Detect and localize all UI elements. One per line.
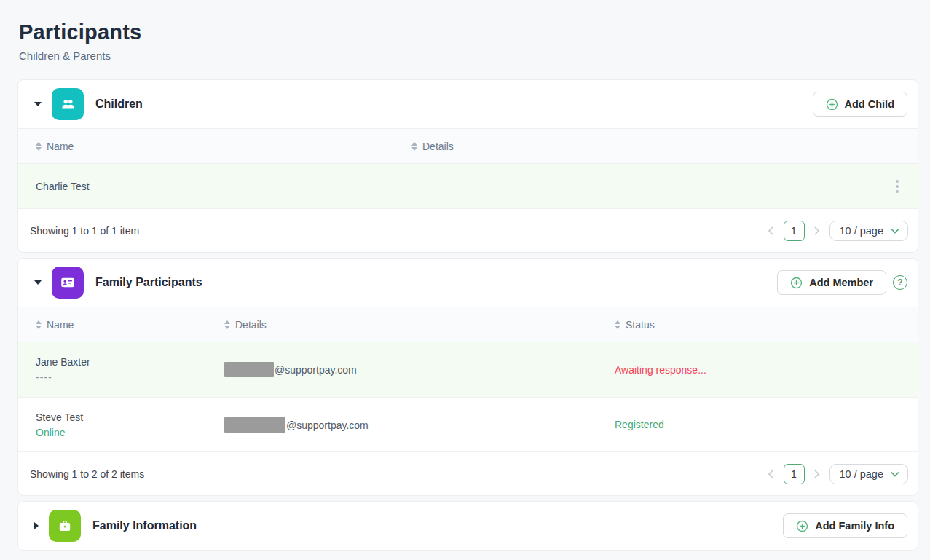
family-section-header: Family Participants Add Member ? (18, 259, 918, 307)
table-row-steve[interactable]: Steve Test Online @supportpay.com Regist… (18, 397, 918, 451)
column-header-details[interactable]: Details (224, 319, 615, 331)
add-member-button[interactable]: Add Member (777, 270, 886, 295)
column-header-status[interactable]: Status (615, 319, 918, 331)
family-info-section-header: Family Information Add Family Info (18, 502, 918, 550)
member-email-suffix: @supportpay.com (286, 419, 369, 430)
children-table-footer: Showing 1 to 1 of 1 item 1 10 / page (18, 208, 918, 252)
sort-icon[interactable] (615, 320, 620, 329)
prev-page-icon[interactable] (765, 464, 777, 484)
redacted-email-prefix (224, 417, 285, 433)
family-information-icon (49, 510, 81, 542)
children-section-title: Children (95, 98, 813, 111)
help-icon[interactable]: ? (893, 275, 907, 290)
column-status-label: Status (626, 319, 655, 331)
child-name: Charlie Test (18, 181, 411, 192)
page-header: Participants Children & Parents (0, 0, 930, 62)
chevron-down-icon (891, 471, 899, 477)
page-number-button[interactable]: 1 (784, 221, 805, 241)
add-member-label: Add Member (809, 277, 873, 288)
family-information-card: Family Information Add Family Info (17, 501, 918, 551)
member-subtext: Online (36, 427, 224, 438)
add-child-label: Add Child (845, 98, 894, 110)
content: Children Add Child Name Details Charlie … (0, 79, 930, 551)
member-name: Jane Baxter (36, 356, 224, 368)
member-status: Awaiting response... (615, 364, 918, 376)
row-actions-menu-icon[interactable] (891, 176, 903, 197)
family-table-footer: Showing 1 to 2 of 2 items 1 10 / page (18, 451, 918, 495)
add-family-info-button[interactable]: Add Family Info (783, 513, 907, 538)
column-header-details[interactable]: Details (411, 141, 877, 152)
column-header-name[interactable]: Name (18, 141, 411, 152)
family-info-section-title: Family Information (92, 519, 783, 532)
family-participants-icon (52, 267, 84, 299)
sort-icon[interactable] (36, 142, 42, 151)
children-section-header: Children Add Child (18, 80, 918, 128)
next-page-icon[interactable] (811, 221, 823, 241)
plus-circle-icon (826, 98, 838, 111)
chevron-down-icon (891, 228, 899, 234)
page-number-button[interactable]: 1 (784, 464, 805, 484)
family-pager: 1 10 / page (765, 464, 908, 484)
column-name-label: Name (47, 141, 74, 152)
table-row-charlie[interactable]: Charlie Test (18, 164, 918, 208)
next-page-icon[interactable] (811, 464, 823, 484)
plus-circle-icon (790, 277, 803, 289)
expand-caret-icon[interactable] (34, 522, 39, 529)
column-header-name[interactable]: Name (18, 319, 224, 331)
page-subtitle: Children & Parents (19, 50, 913, 62)
member-status: Registered (615, 419, 918, 430)
member-email-suffix: @supportpay.com (275, 364, 357, 376)
member-subtext: ---- (36, 371, 224, 383)
family-section-title: Family Participants (95, 276, 777, 289)
page-size-value: 10 / page (840, 468, 883, 480)
children-showing-text: Showing 1 to 1 of 1 item (30, 225, 139, 237)
page-size-select[interactable]: 10 / page (829, 221, 908, 241)
plus-circle-icon (796, 520, 808, 532)
column-details-label: Details (422, 141, 454, 152)
table-row-jane[interactable]: Jane Baxter ---- @supportpay.com Awaitin… (18, 342, 918, 397)
page-size-select[interactable]: 10 / page (829, 464, 908, 484)
prev-page-icon[interactable] (765, 221, 777, 241)
children-icon (52, 88, 84, 120)
add-child-button[interactable]: Add Child (813, 92, 907, 117)
family-showing-text: Showing 1 to 2 of 2 items (30, 468, 144, 480)
add-family-info-label: Add Family Info (815, 520, 894, 532)
sort-icon[interactable] (411, 142, 417, 151)
family-participants-card: Family Participants Add Member ? Name De… (17, 258, 918, 496)
family-table-header: Name Details Status (18, 307, 918, 342)
collapse-caret-icon[interactable] (34, 102, 42, 106)
children-pager: 1 10 / page (765, 221, 908, 241)
sort-icon[interactable] (36, 320, 42, 329)
sort-icon[interactable] (224, 320, 230, 329)
page-size-value: 10 / page (840, 225, 883, 237)
redacted-email-prefix (224, 362, 274, 377)
children-table-header: Name Details (18, 128, 918, 164)
member-name: Steve Test (36, 411, 224, 423)
column-details-label: Details (235, 319, 267, 331)
page-title: Participants (19, 20, 913, 44)
column-name-label: Name (47, 319, 74, 331)
collapse-caret-icon[interactable] (34, 280, 42, 285)
children-card: Children Add Child Name Details Charlie … (17, 79, 918, 253)
